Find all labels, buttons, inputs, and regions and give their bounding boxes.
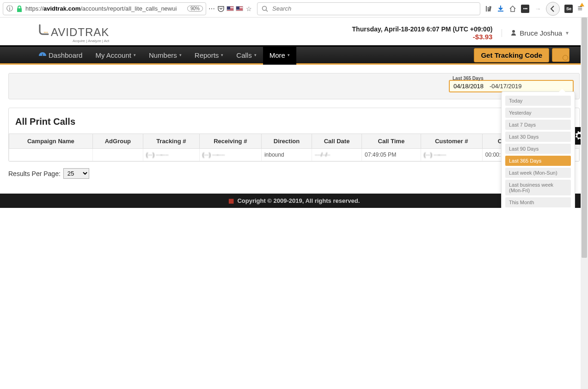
- date-range-wrap: Last 365 Days - 04/17/2019: [449, 80, 574, 92]
- user-menu[interactable]: Bruce Joshua ▼: [502, 29, 570, 37]
- svg-point-2: [44, 32, 45, 33]
- user-name: Bruce Joshua: [520, 29, 562, 37]
- dd-yesterday[interactable]: Yesterday: [505, 108, 571, 118]
- tracking-icon[interactable]: [552, 48, 570, 62]
- browser-search-input[interactable]: [272, 5, 476, 12]
- footer-icon: ▦: [228, 197, 234, 204]
- nav-more[interactable]: More▾: [263, 45, 296, 65]
- zoom-badge[interactable]: 90%: [187, 6, 203, 12]
- header-datetime: Thursday, April-18-2019 6:07 PM (UTC +09…: [352, 25, 493, 33]
- results-label: Results Per Page:: [8, 170, 61, 177]
- date-from-input[interactable]: [453, 83, 490, 90]
- table-row[interactable]: (···) ···-···· (···) ···-···· inbound ··…: [9, 149, 579, 161]
- caret-icon: ▾: [221, 53, 223, 57]
- nav-label: Dashboard: [49, 51, 82, 59]
- back-button[interactable]: [546, 2, 560, 16]
- dd-lastweek[interactable]: Last week (Mon-Sun): [505, 168, 571, 178]
- logo-text: AVIDTRAK: [51, 26, 109, 39]
- results-select[interactable]: 25: [63, 168, 89, 179]
- footer: ▦ Copyright © 2009-2019, All rights rese…: [0, 194, 588, 208]
- chevron-down-icon: ▼: [565, 30, 570, 36]
- nav-label: Reports: [195, 51, 219, 59]
- cell-campaign: [9, 149, 93, 161]
- search-icon: [261, 5, 269, 12]
- header-balance: -$3.93: [352, 33, 493, 41]
- svg-line-1: [266, 10, 268, 12]
- dd-thismonth[interactable]: This Month: [505, 197, 571, 207]
- logo-tagline: Acquire | Analyze | Act: [37, 39, 109, 43]
- pocket-icon[interactable]: [217, 5, 225, 12]
- dd-last90[interactable]: Last 90 Days: [505, 144, 571, 154]
- svg-point-3: [45, 32, 46, 33]
- svg-point-0: [263, 6, 267, 10]
- nav-reports[interactable]: Reports▾: [188, 45, 230, 65]
- dashboard-icon: [39, 52, 46, 58]
- browser-search-bar[interactable]: [257, 2, 480, 15]
- url-text: https://avidtrak.com/accounts/report/all…: [25, 5, 185, 12]
- logo-icon: [37, 23, 50, 36]
- nav-label: My Account: [95, 51, 131, 59]
- calls-table: Campaign Name AdGroup Tracking # Receivi…: [9, 134, 579, 161]
- caret-icon: ▾: [254, 53, 257, 57]
- star-icon[interactable]: ☆: [245, 5, 252, 12]
- logo[interactable]: AVIDTRAK Acquire | Analyze | Act: [37, 23, 109, 43]
- nav-myaccount[interactable]: My Account▾: [89, 45, 142, 65]
- library-icon[interactable]: [485, 5, 492, 12]
- nav-label: More: [270, 51, 285, 59]
- date-range-field[interactable]: - 04/17/2019: [449, 80, 574, 92]
- results-per-page: Results Per Page: 25: [8, 162, 580, 185]
- dd-last7[interactable]: Last 7 Days: [505, 120, 571, 130]
- dd-lastbusweek[interactable]: Last business week (Mon-Fri): [505, 180, 571, 195]
- scrollbar-thumb[interactable]: [582, 18, 587, 208]
- col-campaign[interactable]: Campaign Name: [9, 134, 93, 149]
- cell-adgroup: [92, 149, 143, 161]
- user-icon: [510, 30, 517, 36]
- info-icon[interactable]: ⓘ: [6, 5, 13, 12]
- nav-label: Numbers: [149, 51, 177, 59]
- svg-point-4: [47, 32, 48, 33]
- cell-tracking: (···) ···-····: [143, 149, 199, 161]
- scrollbar[interactable]: [581, 18, 588, 208]
- col-customer[interactable]: Customer #: [421, 134, 482, 149]
- col-tracking[interactable]: Tracking #: [143, 134, 199, 149]
- nav-label: Calls: [236, 51, 251, 59]
- selenium-icon[interactable]: Se: [564, 5, 573, 13]
- panel-title: All Print Calls: [9, 108, 579, 134]
- cell-calldate: ····/··/··: [312, 149, 362, 161]
- nav-dashboard[interactable]: Dashboard: [32, 45, 89, 65]
- content: Last 365 Days - 04/17/2019 Today Yesterd…: [0, 65, 588, 194]
- home-icon[interactable]: [509, 5, 516, 12]
- table-header-row: Campaign Name AdGroup Tracking # Receivi…: [9, 134, 579, 149]
- dd-last365[interactable]: Last 365 Days: [505, 156, 571, 166]
- dd-today[interactable]: Today: [505, 96, 571, 106]
- download-icon[interactable]: [497, 5, 504, 12]
- nav-calls[interactable]: Calls▾: [230, 45, 263, 65]
- main-nav: Dashboard My Account▾ Numbers▾ Reports▾ …: [0, 45, 588, 65]
- flag-us-icon-2[interactable]: [236, 6, 243, 11]
- url-bar[interactable]: ⓘ https://avidtrak.com/accounts/report/a…: [3, 2, 206, 15]
- date-range-dropdown: Today Yesterday Last 7 Days Last 30 Days…: [501, 91, 575, 208]
- forward-icon[interactable]: →: [534, 5, 541, 12]
- cell-calltime: 07:49:05 PM: [362, 149, 421, 161]
- cell-receiving: (···) ···-····: [199, 149, 261, 161]
- dd-last30[interactable]: Last 30 Days: [505, 132, 571, 142]
- col-calldate[interactable]: Call Date: [312, 134, 362, 149]
- nav-numbers[interactable]: Numbers▾: [142, 45, 188, 65]
- col-calltime[interactable]: Call Time: [362, 134, 421, 149]
- col-adgroup[interactable]: AdGroup: [92, 134, 143, 149]
- more-dots-icon[interactable]: ⋯: [208, 5, 215, 12]
- filter-bar: Last 365 Days - 04/17/2019: [8, 73, 580, 99]
- extension-icon[interactable]: •••: [521, 5, 529, 13]
- caret-icon: ▾: [134, 53, 136, 57]
- cell-direction: inbound: [261, 149, 312, 161]
- cell-customer: (···) ···-····: [421, 149, 482, 161]
- browser-right-icons: ••• → Se ≡: [482, 2, 585, 16]
- col-direction[interactable]: Direction: [261, 134, 312, 149]
- date-to: 04/17/2019: [491, 83, 521, 90]
- calls-panel: All Print Calls Campaign Name AdGroup Tr…: [8, 108, 580, 162]
- flag-us-icon[interactable]: [227, 6, 234, 11]
- browser-toolbar: ⓘ https://avidtrak.com/accounts/report/a…: [0, 0, 588, 18]
- col-receiving[interactable]: Receiving #: [199, 134, 261, 149]
- get-tracking-code-button[interactable]: Get Tracking Code: [474, 48, 549, 62]
- menu-icon[interactable]: ≡: [577, 4, 582, 13]
